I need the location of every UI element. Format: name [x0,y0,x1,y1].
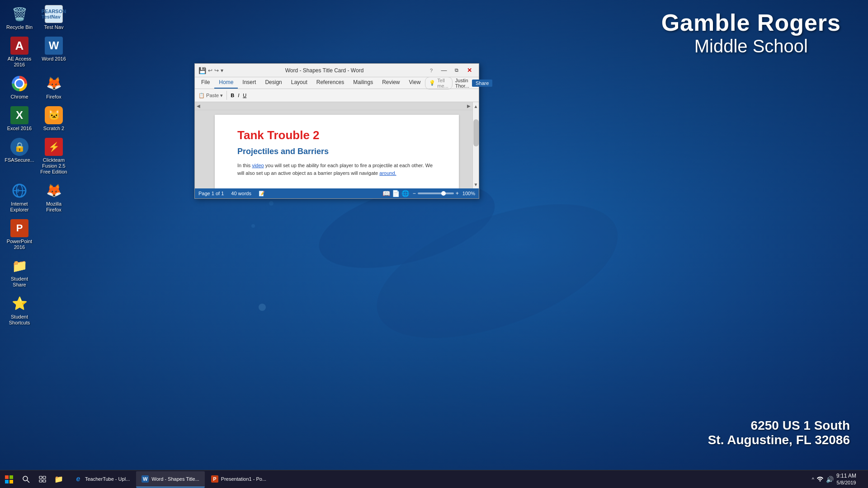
icon-ppt[interactable]: P PowerPoint 2016 [2,216,37,253]
user-account[interactable]: Justin Thor... [455,78,469,89]
svg-point-9 [259,304,266,311]
tab-home[interactable]: Home [214,77,238,89]
redo-icon[interactable]: ↪ [214,67,219,74]
icon-ie[interactable]: e Internet Explorer [2,179,37,216]
underline-btn[interactable]: U [243,93,246,98]
icon-chrome[interactable]: Chrome [2,72,37,103]
share-button[interactable]: Share [472,80,492,87]
test-nav-label: Test Nav [44,24,64,30]
icon-mozilla[interactable]: 🦊 Mozilla Firefox [37,179,71,216]
print-layout-btn[interactable]: 📄 [392,190,400,197]
taskbar-items: e TeacherTube - Upl... W Word - Shapes T… [67,470,807,488]
school-name: Gamble Rogers Middle School [661,9,841,56]
svg-point-8 [269,201,274,206]
zoom-track[interactable] [418,192,454,194]
italic-btn[interactable]: I [238,93,239,98]
word-content[interactable]: ◀ ▶ Tank Trouble 2 Projectiles and Barri… [195,102,479,188]
minimize-button[interactable]: — [438,66,450,75]
qa-dropdown[interactable]: ▾ [221,67,223,74]
close-button[interactable]: ✕ [463,66,475,75]
icon-fsa[interactable]: 🔒 FSASecure... [2,135,37,178]
tab-insert[interactable]: Insert [238,77,260,89]
tab-review[interactable]: Review [377,77,404,89]
svg-rect-17 [5,480,9,483]
volume-icon[interactable]: 🔊 [826,476,834,483]
icon-scratch[interactable]: 🐱 Scratch 2 [37,103,71,134]
icon-test-nav[interactable]: PEARSONTestNav Test Nav [37,2,71,33]
proofing-icon: 📝 [259,191,265,197]
taskbar-item-word[interactable]: W Word - Shapes Title... [136,471,205,488]
icon-word[interactable]: W Word 2016 [37,34,71,70]
icon-student-shortcuts[interactable]: ⭐ Student Shortcuts [2,292,37,328]
svg-rect-16 [9,475,13,479]
scroll-down-btn[interactable]: ▼ [473,180,479,188]
tab-references[interactable]: References [312,77,349,89]
recycle-bin-icon: 🗑️ [10,5,28,23]
icon-access[interactable]: A AE Access 2016 [2,34,37,70]
show-desktop-btn[interactable] [861,471,863,488]
icon-clickteam[interactable]: ⚡ Clickteam Fusion 2.5 Free Edition [37,135,71,178]
word-titlebar: 💾 ↩ ↪ ▾ Word - Shapes Title Card - Word … [195,64,479,77]
svg-point-10 [251,224,255,228]
icon-recycle-bin[interactable]: 🗑️ Recycle Bin [2,2,37,33]
icon-excel[interactable]: X Excel 2016 [2,103,37,134]
clickteam-icon: ⚡ [45,138,63,156]
clickteam-label: Clickteam Fusion 2.5 Free Edition [38,157,69,175]
tab-design[interactable]: Design [260,77,286,89]
read-mode-btn[interactable]: 📖 [382,190,390,197]
video-link[interactable]: video [252,163,264,168]
paste-btn[interactable]: 📋 Paste ▾ [198,93,223,99]
restore-button[interactable]: ⧉ [451,66,462,75]
task-view-button[interactable] [34,471,51,488]
fsa-label: FSASecure... [5,157,34,163]
taskbar-item-ie[interactable]: e TeacherTube - Upl... [69,471,135,488]
tray-date: 5/8/2019 [837,479,856,486]
word-title-text: Word - Shapes Title Card - Word [285,67,364,74]
file-explorer-pin[interactable]: 📁 [51,471,67,488]
scroll-right-btn[interactable]: ▶ [467,103,471,108]
search-button[interactable] [18,471,34,488]
recycle-bin-label: Recycle Bin [6,24,33,30]
scroll-thumb[interactable] [473,119,479,146]
tray-time: 9:11 AM [836,473,856,480]
zoom-slider[interactable]: − + [413,190,459,197]
undo-icon[interactable]: ↩ [208,67,212,74]
scroll-up-btn[interactable]: ▲ [473,102,479,110]
zoom-level: 100% [462,191,475,196]
tell-me-text: Tell me... [437,78,448,89]
mozilla-label: Mozilla Firefox [38,201,69,213]
save-icon[interactable]: 💾 [198,67,206,74]
access-icon: A [10,37,28,55]
taskbar-ie-icon: e [74,475,82,483]
web-layout-btn[interactable]: 🌐 [401,190,409,197]
doc-subtitle: Projectiles and Barriers [237,147,441,156]
help-button[interactable]: ? [425,66,437,75]
tray-chevron[interactable]: ^ [812,477,814,482]
icon-student-share[interactable]: 📁 Student Share [2,254,37,291]
network-icon[interactable] [817,475,823,483]
word-label: Word 2016 [42,56,66,62]
h-scrollbar[interactable]: ◀ ▶ [195,102,472,110]
zoom-in-btn[interactable]: + [456,190,459,197]
firefox-icon: 🦊 [45,75,63,93]
around-link[interactable]: around. [379,170,396,176]
svg-rect-21 [39,476,42,479]
excel-label: Excel 2016 [7,126,32,131]
tab-layout[interactable]: Layout [287,77,312,89]
tab-file[interactable]: File [197,77,214,89]
student-share-icon: 📁 [10,257,28,275]
start-button[interactable] [0,470,18,488]
tab-view[interactable]: View [405,77,425,89]
lightbulb-icon: 💡 [429,80,435,86]
taskbar-item-ppt[interactable]: P Presentation1 - Po... [206,471,272,488]
tray-clock[interactable]: 9:11 AM 5/8/2019 [836,473,856,486]
tab-mailings[interactable]: Mailings [349,77,377,89]
bold-btn[interactable]: B [231,93,234,98]
zoom-out-btn[interactable]: − [413,190,416,197]
scratch-icon: 🐱 [45,106,63,124]
scroll-left-btn[interactable]: ◀ [197,103,200,108]
icon-firefox[interactable]: 🦊 Firefox [37,72,71,103]
page-count: Page 1 of 1 [198,191,224,196]
tell-me-box[interactable]: 💡 Tell me... [425,77,452,89]
v-scrollbar[interactable]: ▲ ▼ [472,102,479,188]
